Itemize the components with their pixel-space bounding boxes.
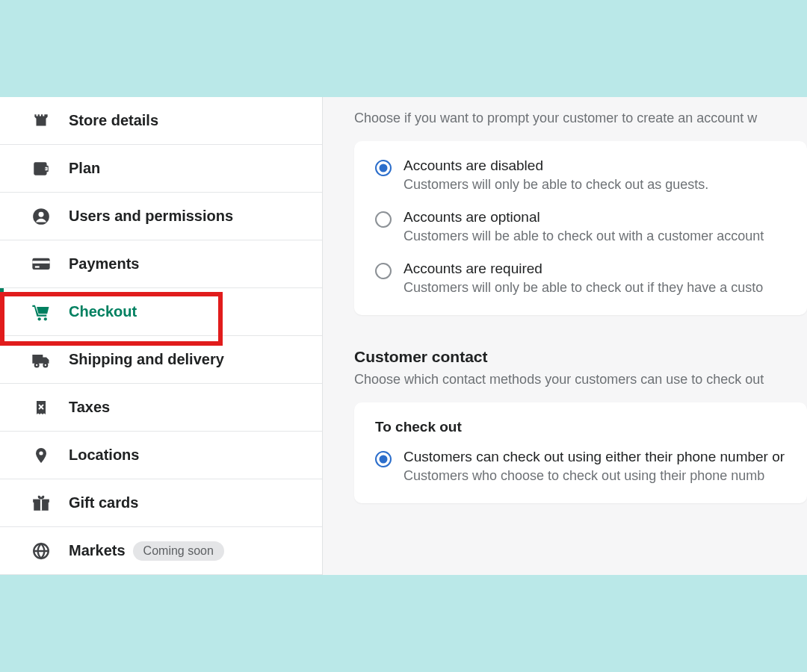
cart-icon <box>30 301 52 323</box>
svg-point-1 <box>39 211 44 217</box>
coming-soon-badge: Coming soon <box>133 541 224 561</box>
sidebar-item-plan[interactable]: Plan <box>0 145 322 193</box>
settings-sidebar: Store details Plan Users and permissions… <box>0 97 323 575</box>
radio-subtitle: Customers will only be able to check out… <box>404 280 763 296</box>
sidebar-item-label: Store details <box>69 112 158 129</box>
truck-icon <box>30 349 52 371</box>
radio-title: Customers can check out using either the… <box>404 449 785 465</box>
radio-title: Accounts are optional <box>404 209 764 225</box>
radio-subtitle: Customers will only be able to check out… <box>404 177 708 193</box>
customer-contact-card: To check out Customers can check out usi… <box>354 402 807 503</box>
svg-point-5 <box>38 317 41 320</box>
sidebar-item-label: Checkout <box>69 303 137 320</box>
radio-title: Accounts are required <box>404 261 763 277</box>
sidebar-item-locations[interactable]: Locations <box>0 432 322 479</box>
customer-contact-description: Choose which contact methods your custom… <box>354 372 807 388</box>
sidebar-item-label: Markets <box>69 542 126 559</box>
radio-button-icon <box>375 211 392 228</box>
radio-button-icon <box>375 160 392 176</box>
radio-checkout-phone-or[interactable]: Customers can check out using either the… <box>375 449 786 484</box>
radio-subtitle: Customers will be able to check out with… <box>404 228 764 244</box>
sidebar-item-label: Users and permissions <box>69 208 233 225</box>
store-icon <box>30 110 52 132</box>
globe-icon <box>30 540 52 562</box>
wallet-icon <box>30 158 52 180</box>
sidebar-item-checkout[interactable]: Checkout <box>0 288 322 336</box>
radio-title: Accounts are disabled <box>404 158 708 174</box>
radio-accounts-required[interactable]: Accounts are required Customers will onl… <box>375 261 786 296</box>
svg-rect-2 <box>32 258 49 269</box>
settings-frame: Store details Plan Users and permissions… <box>0 97 807 575</box>
radio-subtitle: Customers who choose to check out using … <box>404 468 785 484</box>
svg-point-8 <box>44 363 48 367</box>
svg-rect-4 <box>35 266 40 267</box>
sidebar-item-label: Plan <box>69 160 100 177</box>
sidebar-item-shipping[interactable]: Shipping and delivery <box>0 336 322 384</box>
radio-accounts-optional[interactable]: Accounts are optional Customers will be … <box>375 209 786 244</box>
svg-point-6 <box>44 317 47 320</box>
sidebar-item-label: Payments <box>69 255 140 273</box>
accounts-section-description: Choose if you want to prompt your custom… <box>354 111 807 126</box>
radio-button-icon <box>375 263 392 279</box>
sidebar-item-label: Shipping and delivery <box>69 351 224 368</box>
pin-icon <box>30 444 52 467</box>
sidebar-item-users[interactable]: Users and permissions <box>0 193 322 240</box>
svg-rect-12 <box>40 499 42 510</box>
sidebar-item-taxes[interactable]: Taxes <box>0 384 322 432</box>
sidebar-item-store-details[interactable]: Store details <box>0 97 322 145</box>
to-check-out-heading: To check out <box>375 419 786 435</box>
radio-button-icon <box>375 451 392 467</box>
sidebar-item-markets[interactable]: Markets Coming soon <box>0 527 322 575</box>
svg-rect-3 <box>32 261 49 264</box>
customer-contact-title: Customer contact <box>354 348 807 366</box>
sidebar-item-payments[interactable]: Payments <box>0 240 322 288</box>
sidebar-item-label: Taxes <box>69 399 110 416</box>
radio-accounts-disabled[interactable]: Accounts are disabled Customers will onl… <box>375 158 786 193</box>
gift-icon <box>30 492 52 514</box>
svg-point-7 <box>35 363 39 367</box>
card-icon <box>30 253 52 276</box>
receipt-icon <box>30 396 52 419</box>
accounts-card: Accounts are disabled Customers will onl… <box>354 141 807 315</box>
sidebar-item-label: Locations <box>69 447 139 464</box>
settings-main: Choose if you want to prompt your custom… <box>323 97 807 575</box>
svg-point-9 <box>39 451 43 455</box>
sidebar-item-gift-cards[interactable]: Gift cards <box>0 479 322 527</box>
user-icon <box>30 205 52 228</box>
sidebar-item-label: Gift cards <box>69 494 138 511</box>
